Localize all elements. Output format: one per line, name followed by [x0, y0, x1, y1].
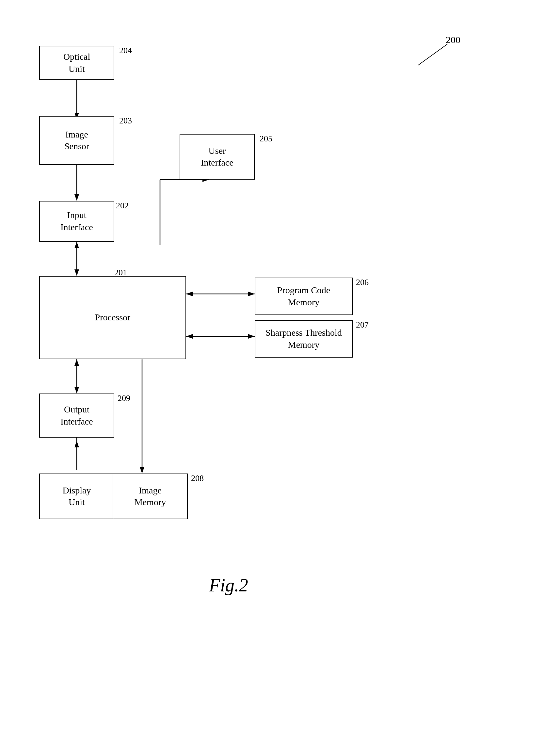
image-memory-block: ImageMemory — [113, 474, 188, 519]
processor-block: Processor — [39, 276, 186, 359]
svg-marker-22 — [140, 467, 144, 474]
user-interface-label: UserInterface — [201, 145, 233, 169]
svg-marker-17 — [74, 387, 79, 394]
svg-marker-11 — [248, 292, 255, 296]
svg-marker-20 — [74, 441, 79, 447]
svg-marker-14 — [248, 334, 255, 339]
sharpness-threshold-memory-ref: 207 — [356, 320, 369, 330]
image-memory-label: ImageMemory — [135, 485, 166, 508]
program-code-memory-ref: 206 — [356, 278, 369, 287]
output-interface-ref: 209 — [118, 394, 130, 403]
output-interface-block: OutputInterface — [39, 394, 114, 438]
optical-unit-ref: 204 — [119, 46, 132, 56]
svg-marker-6 — [74, 242, 79, 248]
input-interface-label: InputInterface — [60, 209, 93, 233]
sharpness-threshold-memory-label: Sharpness ThresholdMemory — [265, 327, 342, 351]
main-ref: 200 — [446, 34, 460, 45]
program-code-memory-label: Program CodeMemory — [277, 284, 330, 308]
image-sensor-label: ImageSensor — [64, 129, 89, 153]
input-interface-block: InputInterface — [39, 201, 114, 242]
sharpness-threshold-memory-block: Sharpness ThresholdMemory — [255, 320, 353, 358]
input-interface-ref: 202 — [116, 201, 129, 211]
figure-label: Fig.2 — [209, 575, 248, 596]
diagram-container: OpticalUnit 204 ImageSensor 203 InputInt… — [20, 20, 522, 705]
output-interface-label: OutputInterface — [60, 404, 93, 427]
user-interface-ref: 205 — [260, 134, 272, 144]
image-sensor-block: ImageSensor — [39, 116, 114, 165]
image-memory-ref: 208 — [191, 474, 204, 483]
svg-marker-12 — [186, 292, 193, 296]
user-interface-block: UserInterface — [180, 134, 255, 180]
svg-marker-15 — [186, 334, 193, 339]
optical-unit-label: OpticalUnit — [63, 51, 90, 75]
svg-marker-3 — [74, 194, 79, 201]
svg-marker-5 — [74, 269, 79, 276]
processor-label: Processor — [95, 312, 131, 323]
display-unit-block: DisplayUnit — [39, 474, 114, 519]
svg-line-23 — [418, 44, 447, 65]
svg-marker-18 — [74, 359, 79, 366]
processor-ref: 201 — [114, 268, 127, 278]
display-unit-label: DisplayUnit — [62, 485, 91, 508]
program-code-memory-block: Program CodeMemory — [255, 278, 353, 315]
image-sensor-ref: 203 — [119, 116, 132, 126]
optical-unit-block: OpticalUnit — [39, 46, 114, 80]
